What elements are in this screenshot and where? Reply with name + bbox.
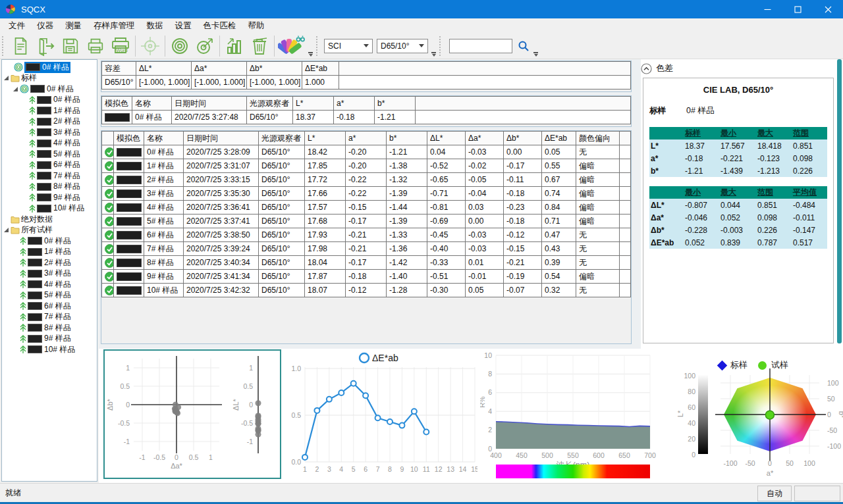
- status-bar: 就绪 自动: [0, 483, 843, 504]
- export-button[interactable]: [33, 34, 58, 58]
- search-button[interactable]: [515, 34, 532, 58]
- sample-arrow-icon: [20, 258, 26, 267]
- tree-expand-icon[interactable]: [3, 75, 9, 81]
- save-button[interactable]: [58, 34, 83, 58]
- mode-select[interactable]: SCI: [324, 39, 373, 53]
- menu-item-6[interactable]: 色卡匹检: [198, 19, 242, 33]
- svg-text:-1: -1: [247, 438, 253, 445]
- menu-item-2[interactable]: 测量: [59, 19, 88, 33]
- swatch-cell: [114, 242, 144, 256]
- gamut-overlay: -100-50050100100500-50-100a*b*: [664, 349, 843, 482]
- tree-item[interactable]: 7# 样品: [2, 312, 97, 323]
- tree-item[interactable]: 9# 样品: [2, 192, 97, 203]
- tree-item[interactable]: 4# 样品: [2, 138, 97, 149]
- sample-arrow-icon: [29, 106, 36, 115]
- menu-item-4[interactable]: 数据: [141, 19, 169, 33]
- tree-item[interactable]: 标样: [2, 73, 97, 84]
- tree-item[interactable]: 2# 样品: [2, 116, 97, 128]
- tree-item[interactable]: 所有试样: [2, 225, 97, 236]
- collapse-icon[interactable]: [641, 63, 652, 74]
- reflectance-spectral-chart[interactable]: 0246810400450500550600650700R%波长(nm): [480, 349, 663, 482]
- check-cell: [102, 201, 114, 214]
- search-input[interactable]: [449, 39, 512, 53]
- right-panel-scrollbar[interactable]: [837, 59, 842, 343]
- cell: 0.098: [792, 152, 827, 164]
- statistics-button[interactable]: [222, 34, 247, 58]
- tree-item[interactable]: 8# 样品: [2, 322, 97, 334]
- tree-item[interactable]: 10# 样品: [2, 203, 97, 214]
- sample-arrow-icon: [20, 345, 26, 354]
- cell: 5# 样品: [144, 214, 184, 228]
- cell: 无: [576, 284, 620, 297]
- auto-mode-button[interactable]: 自动: [757, 486, 792, 501]
- maximize-button[interactable]: [782, 0, 813, 18]
- color-swatch: [28, 259, 42, 266]
- close-button[interactable]: [813, 0, 843, 18]
- measure-standard-button[interactable]: [167, 34, 192, 58]
- print-button[interactable]: [83, 34, 108, 58]
- sample-arrow-icon: [20, 247, 26, 257]
- pass-check-icon: [105, 258, 114, 268]
- measure-sample-button[interactable]: [192, 34, 217, 58]
- tree-item[interactable]: 9# 样品: [2, 334, 97, 345]
- print-word-button[interactable]: Word: [108, 34, 133, 58]
- tree-expand-icon[interactable]: [3, 227, 9, 233]
- cell: 偏暗: [576, 214, 620, 228]
- tree-item[interactable]: 0# 样品: [2, 84, 97, 95]
- toolbar-grip[interactable]: [316, 36, 320, 56]
- color-swatch: [28, 302, 42, 310]
- filler-cell: [620, 187, 631, 201]
- tree-item[interactable]: 绝对数据: [2, 214, 97, 225]
- svg-text:-100: -100: [723, 459, 737, 467]
- table-row: 4# 样品2020/7/25 3:36:41D65/10°17.57-0.15-…: [102, 201, 631, 214]
- svg-text:15: 15: [471, 465, 477, 473]
- cell: 3# 样品: [144, 187, 184, 201]
- tree-item[interactable]: 0# 样品: [2, 236, 97, 247]
- menu-item-7[interactable]: 帮助: [242, 19, 271, 33]
- tree-item[interactable]: 3# 样品: [2, 268, 97, 280]
- tree-item[interactable]: 1# 样品: [2, 247, 97, 258]
- cell: 2020/7/25 3:36:41: [184, 201, 259, 214]
- tree-item[interactable]: 6# 样品: [2, 301, 97, 312]
- illuminant-select[interactable]: D65/10°: [377, 39, 428, 53]
- cell: 偏暗: [576, 201, 620, 214]
- tree-item[interactable]: 8# 样品: [2, 182, 97, 193]
- delta-e-line-chart[interactable]: ΔE*ab0.00.51.0123456789101112131415: [288, 349, 477, 482]
- delete-button[interactable]: [247, 34, 272, 58]
- toolbar-grip[interactable]: [439, 36, 443, 56]
- minimize-button[interactable]: [752, 0, 782, 18]
- sample-color-swatch: [117, 259, 142, 267]
- check-cell: [102, 270, 114, 284]
- tree-item[interactable]: 10# 样品: [2, 344, 97, 355]
- lab-gamut-chart[interactable]: 标样试样100806040200L*-100-50050100100500-50…: [664, 349, 843, 482]
- cell: 17.57: [305, 201, 346, 214]
- cell: Δa*: [192, 62, 247, 76]
- tree-item-selected[interactable]: 0# 样品: [2, 62, 97, 73]
- toolbar-overflow-icon[interactable]: [431, 52, 436, 57]
- tree-item[interactable]: 2# 样品: [2, 257, 97, 268]
- tree-expand-icon[interactable]: [13, 86, 18, 92]
- menu-item-0[interactable]: 文件: [3, 19, 31, 33]
- tree-item[interactable]: 5# 样品: [2, 149, 97, 160]
- calibrate-button[interactable]: [138, 34, 163, 58]
- menu-item-1[interactable]: 仪器: [31, 19, 59, 33]
- tree-item[interactable]: 0# 样品: [2, 95, 97, 106]
- tree-item[interactable]: 6# 样品: [2, 160, 97, 171]
- tree-item[interactable]: 4# 样品: [2, 279, 97, 290]
- toolbar-overflow-icon[interactable]: [308, 52, 313, 57]
- tree-item[interactable]: 5# 样品: [2, 290, 97, 301]
- menu-item-3[interactable]: 存样库管理: [88, 19, 141, 33]
- delta-ab-scatter-chart[interactable]: -1-0.500.51-1-0.500.51Δa*Δb*-1-0.500.51Δ…: [103, 349, 281, 479]
- tree-item[interactable]: 7# 样品: [2, 170, 97, 182]
- cell: Δa*: [466, 132, 504, 145]
- toolbar-grip[interactable]: [2, 36, 6, 56]
- menu-item-5[interactable]: 设置: [169, 19, 198, 33]
- toolbar-overflow-icon[interactable]: [533, 52, 538, 57]
- new-document-button[interactable]: [8, 34, 33, 58]
- sample-color-swatch: [117, 189, 142, 198]
- tree-item[interactable]: 3# 样品: [2, 127, 97, 138]
- cell: -1.213: [756, 164, 792, 177]
- color-match-button[interactable]: [277, 34, 307, 58]
- tree-item[interactable]: 1# 样品: [2, 105, 97, 116]
- svg-text:0.0: 0.0: [291, 458, 301, 466]
